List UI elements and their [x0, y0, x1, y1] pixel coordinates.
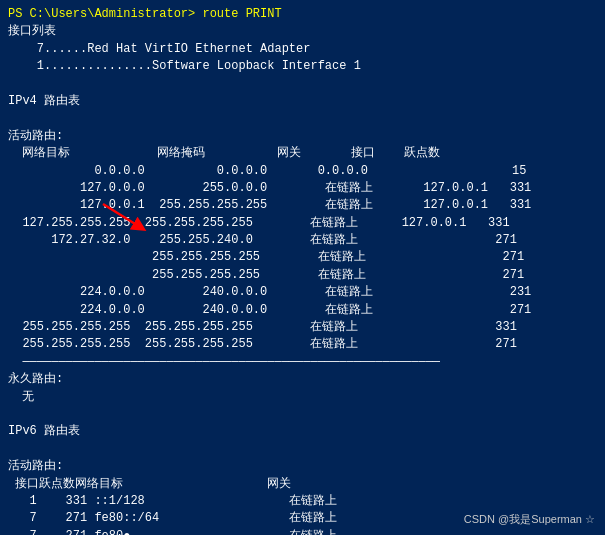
- ipv4-row-7: 224.0.0.0 240.0.0.0 在链路上 231: [8, 284, 597, 301]
- prompt-line: PS C:\Users\Administrator> route PRINT: [8, 6, 597, 23]
- ipv4-row-4: 172.27.32.0 255.255.240.0 在链路上 271: [8, 232, 597, 249]
- separator-line: ────────────────────────────────────────…: [8, 354, 597, 371]
- ipv4-row-10: 255.255.255.255 255.255.255.255 在链路上 271: [8, 336, 597, 353]
- blank-2: [8, 110, 597, 127]
- ipv4-row-0: 0.0.0.0 0.0.0.0 0.0.0.0 15: [8, 163, 597, 180]
- ipv4-row-2: 127.0.0.1 255.255.255.255 在链路上 127.0.0.1…: [8, 197, 597, 214]
- ipv4-row-1: 127.0.0.0 255.0.0.0 在链路上 127.0.0.1 331: [8, 180, 597, 197]
- ipv4-row-3: 127.255.255.255 255.255.255.255 在链路上 127…: [8, 215, 597, 232]
- active-routes-label-2: 活动路由:: [8, 458, 597, 475]
- interface-row-1: 7......Red Hat VirtIO Ethernet Adapter: [8, 41, 597, 58]
- ipv4-row-5: 255.255.255.255 在链路上 271: [8, 249, 597, 266]
- permanent-routes-label: 永久路由:: [8, 371, 597, 388]
- ipv6-row-1: 1 331 ::1/128 在链路上: [8, 493, 597, 510]
- none-label: 无: [8, 389, 597, 406]
- blank-3: [8, 406, 597, 423]
- blank-4: [8, 441, 597, 458]
- ipv4-row-8: 224.0.0.0 240.0.0.0 在链路上 271: [8, 302, 597, 319]
- svg-line-1: [103, 204, 140, 227]
- watermark: CSDN @我是Superman ☆: [464, 512, 595, 527]
- ipv4-row-3-container: 127.255.255.255 255.255.255.255 在链路上 127…: [8, 215, 597, 232]
- active-routes-label: 活动路由:: [8, 128, 597, 145]
- red-arrow-icon: [98, 199, 153, 237]
- interface-section-title: 接口列表: [8, 23, 597, 40]
- ipv6-row-3: 7 271 fe80● 在链路上: [8, 528, 597, 535]
- terminal-window: PS C:\Users\Administrator> route PRINT 接…: [0, 0, 605, 535]
- blank-1: [8, 76, 597, 93]
- col-headers: 网络目标 网络掩码 网关 接口 跃点数: [8, 145, 597, 162]
- ipv4-row-6: 255.255.255.255 在链路上 271: [8, 267, 597, 284]
- ipv4-row-9: 255.255.255.255 255.255.255.255 在链路上 331: [8, 319, 597, 336]
- ipv4-title: IPv4 路由表: [8, 93, 597, 110]
- interface-row-2: 1...............Software Loopback Interf…: [8, 58, 597, 75]
- ipv6-title: IPv6 路由表: [8, 423, 597, 440]
- ipv6-col-headers: 接口跃点数网络目标 网关: [8, 476, 597, 493]
